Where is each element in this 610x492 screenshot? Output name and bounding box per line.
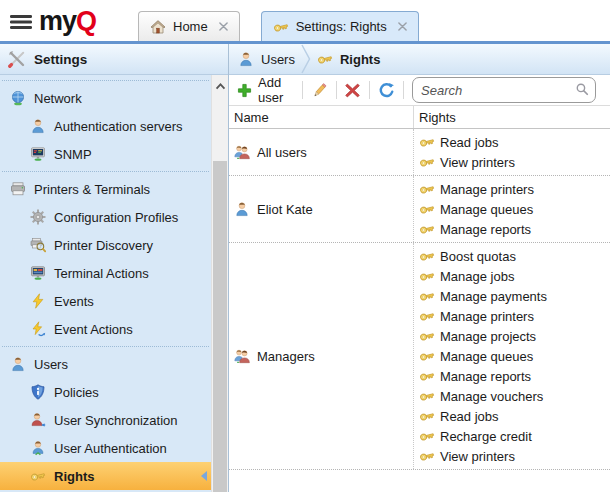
sidebar-scrollbar[interactable] (211, 75, 228, 492)
grid-body: All usersRead jobsView printersEliot Kat… (229, 129, 610, 492)
tab-label: Settings: Rights (296, 19, 387, 34)
key-icon (419, 268, 435, 284)
right-entry: Manage queues (419, 199, 610, 219)
key-icon (419, 368, 435, 384)
sidebar-header: Settings (0, 44, 228, 75)
right-label: Manage jobs (440, 269, 514, 284)
app-logo: myQ (10, 8, 96, 35)
table-header: Name Rights (229, 106, 610, 129)
sidebar-item-rights[interactable]: Rights (0, 462, 211, 490)
right-label: Manage reports (440, 222, 531, 237)
tab-home[interactable]: Home (138, 11, 240, 41)
right-entry: Manage printers (419, 179, 610, 199)
table-row[interactable]: Eliot KateManage printersManage queuesMa… (229, 176, 610, 243)
right-entry: Read jobs (419, 406, 610, 426)
right-label: Manage payments (440, 289, 547, 304)
sidebar-item-label: Authentication servers (54, 119, 183, 134)
key-icon (419, 348, 435, 364)
right-entry: Manage payments (419, 286, 610, 306)
right-entry: Read jobs (419, 132, 610, 152)
right-entry: Manage reports (419, 219, 610, 239)
toolbar-separator (302, 81, 303, 99)
refresh-icon[interactable] (378, 82, 395, 99)
column-header-rights[interactable]: Rights (414, 106, 610, 128)
right-label: Recharge credit (440, 429, 532, 444)
right-label: View printers (440, 449, 515, 464)
myq-admin-window: myQ Home Settings: Rights Settings Netwo… (0, 0, 610, 492)
sidebar-item-events[interactable]: Events (0, 287, 211, 315)
sidebar-item-user-authentication[interactable]: User Authentication (0, 434, 211, 462)
globe-icon (10, 90, 26, 106)
sidebar-item-snmp[interactable]: SNMP (0, 140, 211, 168)
sidebar-item-event-actions[interactable]: Event Actions (0, 315, 211, 343)
sidebar-item-label: Rights (54, 469, 94, 484)
hamburger-menu-icon[interactable] (10, 14, 32, 30)
user-icon (10, 356, 26, 372)
right-label: Read jobs (440, 135, 499, 150)
monitor-icon (30, 146, 46, 162)
sidebar-item-printer-discovery[interactable]: Printer Discovery (0, 231, 211, 259)
key-icon (273, 19, 289, 35)
sidebar-item-configuration-profiles[interactable]: Configuration Profiles (0, 203, 211, 231)
key-icon (419, 134, 435, 150)
search-input[interactable] (412, 77, 596, 103)
sidebar-divider (2, 171, 209, 172)
right-entry: Manage projects (419, 326, 610, 346)
user-auth-icon (30, 440, 46, 456)
scrollbar-thumb[interactable] (213, 161, 227, 492)
add-user-label: Add user (258, 75, 294, 105)
scroll-up-button[interactable] (212, 75, 228, 97)
sidebar-body: NetworkAuthentication serversSNMPPrinter… (0, 75, 211, 492)
rights-cell: Read jobsView printers (414, 129, 610, 175)
delete-icon[interactable] (344, 82, 361, 99)
group-icon (234, 144, 250, 160)
edit-pencil-icon[interactable] (311, 82, 328, 99)
column-header-name[interactable]: Name (229, 106, 414, 128)
sidebar-item-terminal-actions[interactable]: Terminal Actions (0, 259, 211, 287)
add-user-button[interactable]: Add user (237, 75, 294, 105)
home-icon (150, 19, 166, 35)
sidebar-title: Settings (34, 52, 87, 67)
group-icon (234, 348, 250, 364)
right-entry: Boost quotas (419, 246, 610, 266)
shield-icon (30, 384, 46, 400)
table-row[interactable]: ManagersBoost quotasManage jobsManage pa… (229, 243, 610, 470)
right-label: Manage reports (440, 369, 531, 384)
sidebar-section-network[interactable]: Network (0, 84, 211, 112)
key-icon (419, 408, 435, 424)
sidebar-section-label: Printers & Terminals (34, 182, 150, 197)
sidebar-item-policies[interactable]: Policies (0, 378, 211, 406)
key-icon (419, 448, 435, 464)
close-icon[interactable] (398, 22, 407, 31)
sidebar-item-authentication-servers[interactable]: Authentication servers (0, 112, 211, 140)
right-entry: Manage reports (419, 366, 610, 386)
tools-icon (8, 50, 26, 68)
right-entry: Recharge credit (419, 426, 610, 446)
right-label: Manage queues (440, 202, 533, 217)
tab-settings-rights[interactable]: Settings: Rights (261, 11, 419, 41)
sidebar-item-user-synchronization[interactable]: User Synchronization (0, 406, 211, 434)
user-sync-icon (30, 412, 46, 428)
terminal-icon (30, 265, 46, 281)
right-label: Manage printers (440, 309, 534, 324)
user-icon (234, 201, 250, 217)
right-label: Boost quotas (440, 249, 516, 264)
sidebar-section-printers-terminals[interactable]: Printers & Terminals (0, 175, 211, 203)
right-label: Manage vouchers (440, 389, 543, 404)
sidebar-section-users[interactable]: Users (0, 350, 211, 378)
sidebar-item-label: User Authentication (54, 441, 167, 456)
close-icon[interactable] (219, 22, 228, 31)
sidebar-item-label: Printer Discovery (54, 238, 153, 253)
main-pane: UsersRights Add user Name (229, 44, 610, 492)
breadcrumb-item-rights[interactable]: Rights (317, 51, 380, 67)
right-entry: View printers (419, 446, 610, 466)
right-entry: View printers (419, 152, 610, 172)
breadcrumb-item-users[interactable]: Users (238, 51, 295, 67)
user-icon (238, 51, 254, 67)
plus-icon (237, 83, 252, 98)
key-icon (317, 51, 333, 67)
search-icon[interactable] (575, 82, 589, 96)
table-row[interactable]: All usersRead jobsView printers (229, 129, 610, 176)
breadcrumb-separator-icon (301, 44, 311, 74)
breadcrumb: UsersRights (229, 44, 610, 75)
